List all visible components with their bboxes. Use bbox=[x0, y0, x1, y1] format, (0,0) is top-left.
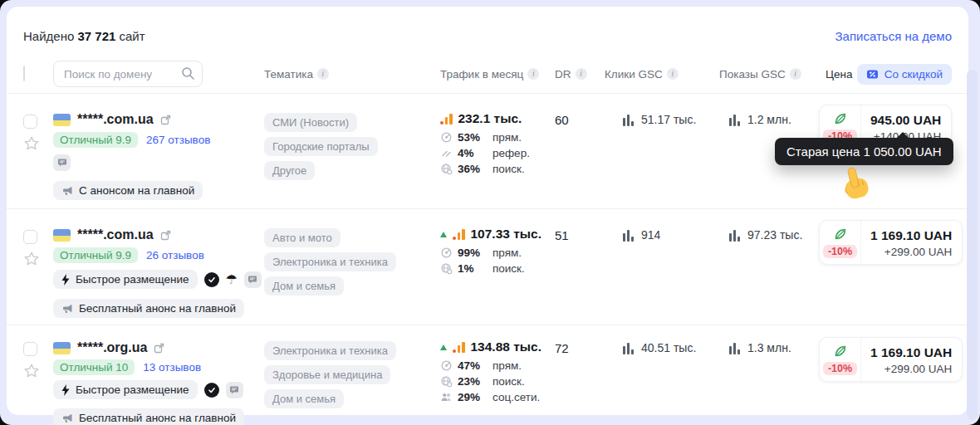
topic-tag: Другое bbox=[264, 161, 315, 180]
table-row: *****.com.ua Отличный 9.9 26 отзывов Быс… bbox=[7, 209, 968, 325]
trend-up-icon bbox=[440, 344, 447, 350]
info-icon[interactable]: i bbox=[667, 68, 679, 80]
direct-traffic-icon bbox=[440, 247, 453, 259]
external-link-icon[interactable] bbox=[154, 343, 164, 354]
info-icon[interactable]: i bbox=[790, 68, 801, 80]
direct-traffic-icon bbox=[440, 359, 453, 372]
price-extra: +299.00 UAH bbox=[870, 246, 952, 258]
price-card[interactable]: -10% 1 169.10 UAH +299.00 UAH bbox=[819, 220, 963, 265]
rating-badge: Отличный 9.9 bbox=[53, 247, 138, 263]
favorite-star-icon[interactable] bbox=[23, 363, 40, 379]
search-input[interactable] bbox=[53, 61, 203, 87]
external-link-icon[interactable] bbox=[160, 230, 171, 241]
row-checkbox[interactable] bbox=[23, 342, 37, 356]
reviews-link[interactable]: 13 отзывов bbox=[143, 361, 201, 374]
fast-placement-tag: Быстрое размещение bbox=[53, 270, 198, 289]
coupon-icon bbox=[866, 68, 879, 81]
social-traffic-icon bbox=[440, 391, 453, 403]
traffic-chart-icon bbox=[440, 114, 453, 125]
lightning-icon bbox=[61, 384, 70, 396]
found-prefix: Найдено bbox=[23, 29, 74, 43]
price-extra: +299.00 UAH bbox=[870, 363, 952, 375]
topic-tag: Дом и семья bbox=[264, 389, 344, 408]
domain-name[interactable]: *****.org.ua bbox=[77, 340, 147, 355]
domain-search bbox=[53, 61, 203, 87]
topic-tag: Здоровье и медицина bbox=[264, 365, 390, 384]
topic-tag: СМИ (Новости) bbox=[264, 113, 357, 132]
domain-name[interactable]: *****.com.ua bbox=[77, 112, 154, 127]
lightning-icon bbox=[61, 274, 70, 286]
clicks-gsc-cell: 51.17 тыс. bbox=[603, 94, 711, 208]
column-impressions-gsc: Показы GSC i bbox=[711, 68, 819, 81]
favorite-star-icon[interactable] bbox=[23, 135, 40, 152]
announce-tag: Бесплатный анонс на главной bbox=[53, 299, 244, 318]
info-icon[interactable]: i bbox=[527, 68, 539, 80]
traffic-chart-icon bbox=[453, 342, 465, 353]
external-link-icon[interactable] bbox=[160, 115, 171, 125]
found-suffix: сайт bbox=[120, 29, 145, 43]
info-icon[interactable]: i bbox=[317, 68, 329, 80]
megaphone-icon bbox=[61, 413, 73, 424]
clicks-gsc-cell: 40.51 тыс. bbox=[603, 325, 711, 425]
discount-badge: -10% bbox=[823, 245, 857, 258]
domain-name[interactable]: *****.com.ua bbox=[77, 227, 154, 242]
found-count: 37 721 bbox=[77, 29, 115, 43]
comment-icon[interactable] bbox=[226, 382, 243, 398]
trend-up-icon bbox=[440, 232, 447, 237]
old-price-tooltip: Старая цена 1 050.00 UAH bbox=[775, 138, 953, 165]
bar-chart-icon bbox=[729, 114, 740, 126]
reviews-link[interactable]: 267 отзывов bbox=[146, 134, 210, 146]
topic-tag: Авто и мото bbox=[264, 228, 341, 247]
traffic-chart-icon bbox=[453, 229, 465, 240]
ukraine-flag-icon bbox=[53, 229, 71, 242]
table-row: *****.org.ua Отличный 10 13 отзывов Быст… bbox=[7, 325, 968, 425]
search-traffic-icon bbox=[440, 262, 453, 275]
traffic-cell: 232.1 тыс. 53% прям. 4% рефер. 36% поиск… bbox=[440, 94, 548, 208]
topic-tag: Электроника и техника bbox=[264, 252, 396, 271]
umbrella-icon[interactable]: ☂ bbox=[226, 273, 238, 286]
price-amount: 945.00 UAH bbox=[870, 113, 941, 128]
comment-icon[interactable] bbox=[53, 154, 71, 171]
price-card[interactable]: -10% 1 169.10 UAH +299.00 UAH bbox=[819, 337, 963, 382]
announce-tag: Бесплатный анонс на главной bbox=[53, 408, 244, 425]
column-dr: DR i bbox=[548, 68, 603, 81]
megaphone-icon bbox=[61, 185, 73, 197]
topics-cell: СМИ (Новости) Городские порталы Другое bbox=[264, 94, 440, 208]
comment-icon[interactable] bbox=[244, 271, 262, 288]
discount-badge: -10% bbox=[823, 362, 857, 375]
ukraine-flag-icon bbox=[53, 342, 71, 354]
row-checkbox[interactable] bbox=[23, 230, 37, 244]
bar-chart-icon bbox=[729, 229, 740, 242]
traffic-cell: 107.33 тыс. 99% прям. 1% поиск. bbox=[440, 209, 548, 325]
ukraine-flag-icon bbox=[53, 114, 71, 126]
rating-badge: Отличный 10 bbox=[53, 359, 135, 375]
column-clicks-gsc: Клики GSC i bbox=[603, 68, 711, 81]
dr-value: 72 bbox=[548, 325, 603, 425]
leaf-icon bbox=[833, 111, 848, 126]
vertical-scrollbar[interactable] bbox=[967, 70, 978, 420]
favorite-star-icon[interactable] bbox=[23, 251, 40, 267]
price-amount: 1 169.10 UAH bbox=[870, 228, 952, 243]
search-icon bbox=[181, 66, 195, 84]
reviews-link[interactable]: 26 отзывов bbox=[146, 249, 204, 261]
topics-cell: Электроника и техника Здоровье и медицин… bbox=[264, 325, 440, 425]
direct-traffic-icon bbox=[440, 131, 453, 144]
dr-value: 60 bbox=[548, 94, 603, 208]
fast-placement-tag: Быстрое размещение bbox=[53, 380, 198, 399]
referral-traffic-icon bbox=[440, 147, 453, 159]
bar-chart-icon bbox=[623, 114, 634, 126]
demo-signup-link[interactable]: Записаться на демо bbox=[835, 29, 952, 43]
bar-chart-icon bbox=[623, 342, 634, 354]
select-all-checkbox[interactable] bbox=[23, 66, 25, 81]
column-price: Цена bbox=[826, 68, 852, 81]
leaf-icon bbox=[833, 344, 848, 359]
row-checkbox[interactable] bbox=[23, 115, 37, 129]
impressions-gsc-cell: 1.3 млн. bbox=[711, 325, 819, 425]
search-traffic-icon bbox=[440, 163, 453, 175]
verified-check-icon[interactable] bbox=[204, 383, 219, 398]
verified-check-icon[interactable] bbox=[204, 272, 219, 287]
marketplace-page: Найдено 37 721 сайт Записаться на демо Т… bbox=[0, 0, 980, 425]
discount-filter-toggle[interactable]: Со скидкой bbox=[857, 64, 952, 85]
leaf-icon bbox=[833, 227, 848, 242]
info-icon[interactable]: i bbox=[576, 68, 587, 80]
